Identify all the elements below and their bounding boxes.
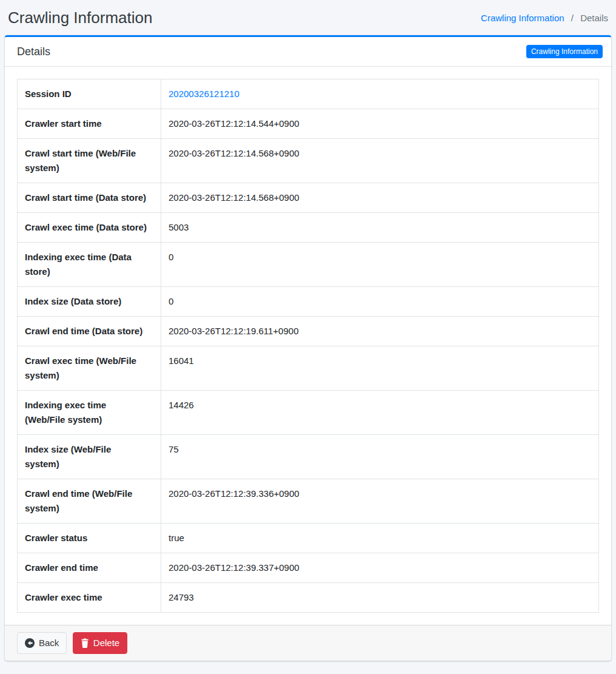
trash-icon bbox=[81, 638, 89, 648]
row-value: 20200326121210 bbox=[161, 79, 599, 109]
table-row: Index size (Web/File system)75 bbox=[18, 435, 599, 479]
table-row: Crawler start time2020-03-26T12:12:14.54… bbox=[18, 109, 599, 139]
breadcrumb-current: Details bbox=[580, 13, 608, 23]
row-label: Index size (Web/File system) bbox=[18, 435, 161, 479]
row-label: Session ID bbox=[18, 79, 161, 109]
table-row: Indexing exec time (Web/File system)1442… bbox=[18, 391, 599, 435]
table-row: Crawl end time (Data store)2020-03-26T12… bbox=[18, 317, 599, 346]
row-label: Indexing exec time (Data store) bbox=[18, 243, 161, 287]
page-title: Crawling Information bbox=[8, 7, 152, 29]
row-label: Crawl end time (Data store) bbox=[18, 317, 161, 346]
row-value: 0 bbox=[161, 243, 599, 287]
row-label: Crawler start time bbox=[18, 109, 161, 139]
row-value: 2020-03-26T12:12:39.336+0900 bbox=[161, 479, 599, 524]
row-label: Crawl exec time (Web/File system) bbox=[18, 346, 161, 391]
row-value: 24793 bbox=[161, 583, 599, 613]
row-value: 75 bbox=[161, 435, 599, 479]
table-row: Crawl end time (Web/File system)2020-03-… bbox=[18, 479, 599, 524]
table-row: Crawler end time2020-03-26T12:12:39.337+… bbox=[18, 553, 599, 583]
row-value: 2020-03-26T12:12:39.337+0900 bbox=[161, 553, 599, 583]
page-header: Crawling Information Crawling Informatio… bbox=[0, 0, 616, 35]
row-value: 16041 bbox=[161, 346, 599, 391]
row-value: 14426 bbox=[161, 391, 599, 435]
row-label: Crawler exec time bbox=[18, 583, 161, 613]
row-label: Crawl start time (Web/File system) bbox=[18, 139, 161, 183]
card-body: Session ID20200326121210Crawler start ti… bbox=[5, 67, 611, 625]
table-row: Crawl start time (Data store)2020-03-26T… bbox=[18, 183, 599, 213]
row-value: 2020-03-26T12:12:14.568+0900 bbox=[161, 139, 599, 183]
card-title: Details bbox=[17, 44, 50, 59]
delete-button-label: Delete bbox=[93, 636, 119, 650]
card-footer: Back Delete bbox=[5, 625, 611, 661]
row-value: 2020-03-26T12:12:14.568+0900 bbox=[161, 183, 599, 213]
table-row: Crawl start time (Web/File system)2020-0… bbox=[18, 139, 599, 183]
table-row: Index size (Data store)0 bbox=[18, 287, 599, 317]
row-label: Crawl end time (Web/File system) bbox=[18, 479, 161, 524]
arrow-circle-left-icon bbox=[25, 638, 35, 648]
session-id-link[interactable]: 20200326121210 bbox=[169, 89, 239, 99]
details-card: Details Crawling Information Session ID2… bbox=[5, 35, 611, 661]
breadcrumb: Crawling Information / Details bbox=[481, 13, 608, 23]
details-table-body: Session ID20200326121210Crawler start ti… bbox=[18, 79, 599, 613]
row-value: true bbox=[161, 524, 599, 553]
breadcrumb-separator: / bbox=[567, 13, 578, 23]
row-label: Crawler status bbox=[18, 524, 161, 553]
row-label: Index size (Data store) bbox=[18, 287, 161, 317]
table-row: Crawler exec time24793 bbox=[18, 583, 599, 613]
row-value: 2020-03-26T12:12:14.544+0900 bbox=[161, 109, 599, 139]
back-button-label: Back bbox=[39, 636, 59, 650]
table-row: Crawl exec time (Web/File system)16041 bbox=[18, 346, 599, 391]
breadcrumb-link-crawling-information[interactable]: Crawling Information bbox=[481, 13, 564, 23]
row-value: 0 bbox=[161, 287, 599, 317]
row-label: Crawl exec time (Data store) bbox=[18, 213, 161, 243]
table-row: Indexing exec time (Data store)0 bbox=[18, 243, 599, 287]
row-label: Indexing exec time (Web/File system) bbox=[18, 391, 161, 435]
row-label: Crawler end time bbox=[18, 553, 161, 583]
row-value: 2020-03-26T12:12:19.611+0900 bbox=[161, 317, 599, 346]
row-label: Crawl start time (Data store) bbox=[18, 183, 161, 213]
card-header: Details Crawling Information bbox=[5, 37, 611, 67]
details-table: Session ID20200326121210Crawler start ti… bbox=[17, 79, 599, 613]
row-value: 5003 bbox=[161, 213, 599, 243]
table-row: Session ID20200326121210 bbox=[18, 79, 599, 109]
table-row: Crawler statustrue bbox=[18, 524, 599, 553]
table-row: Crawl exec time (Data store)5003 bbox=[18, 213, 599, 243]
back-button[interactable]: Back bbox=[17, 632, 67, 654]
crawling-information-badge-button[interactable]: Crawling Information bbox=[526, 45, 603, 58]
delete-button[interactable]: Delete bbox=[73, 632, 127, 654]
